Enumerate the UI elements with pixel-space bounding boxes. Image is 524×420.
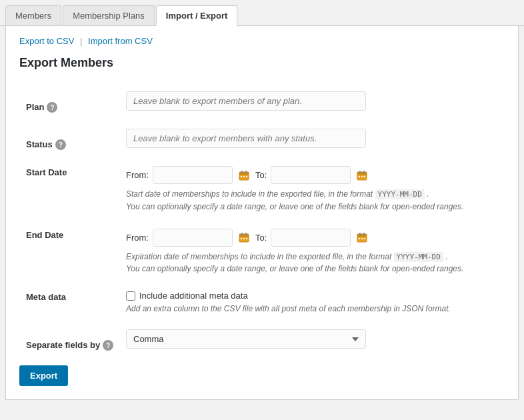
plan-row: Plan ? [19,83,505,121]
start-date-from-input[interactable] [153,166,233,184]
svg-rect-17 [245,233,247,235]
end-date-from-label: From: [126,233,149,243]
svg-rect-8 [357,172,367,175]
main-content: Export to CSV | Import from CSV Export M… [5,26,519,400]
svg-rect-19 [243,238,245,239]
meta-data-checkbox-label[interactable]: Include additional meta data [139,291,248,301]
svg-rect-25 [359,238,360,239]
start-date-from-calendar-icon[interactable] [237,168,251,183]
separate-fields-help-icon[interactable]: ? [103,340,113,351]
svg-rect-13 [364,176,365,177]
end-date-row: End Date From: [19,221,505,283]
svg-rect-18 [241,238,242,239]
import-from-csv-link[interactable]: Import from CSV [88,36,153,46]
export-to-csv-link[interactable]: Export to CSV [19,36,74,46]
meta-data-label: Meta data [26,292,66,302]
meta-data-help: Add an extra column to the CSV file with… [126,304,473,313]
start-date-help: Start date of memberships to include in … [126,188,473,213]
tab-membership-plans[interactable]: Membership Plans [63,5,155,25]
plan-help-icon[interactable]: ? [47,102,57,113]
meta-data-checkbox-row: Include additional meta data [126,291,498,301]
action-links: Export to CSV | Import from CSV [19,36,505,46]
separate-fields-select[interactable]: Comma Semicolon Tab [126,329,366,349]
svg-rect-20 [246,238,247,239]
status-input[interactable] [126,129,366,148]
tab-members[interactable]: Members [5,5,61,25]
svg-rect-12 [361,176,363,177]
svg-rect-4 [241,176,242,177]
tab-bar: Members Membership Plans Import / Export [0,0,524,26]
end-date-to-calendar-icon[interactable] [355,230,369,245]
end-date-help: Expiration date of memberships to includ… [126,251,473,275]
status-label: Status [26,139,53,149]
start-date-inputs: From: [126,166,498,184]
plan-input[interactable] [126,91,366,111]
end-date-inputs: From: [126,229,498,247]
svg-rect-2 [241,171,243,173]
start-date-to-label: To: [255,170,267,180]
end-date-label: End Date [26,230,63,240]
start-date-from-label: From: [126,170,149,180]
end-date-to-input[interactable] [271,229,351,247]
start-date-label: Start Date [26,167,67,177]
export-button[interactable]: Export [19,365,68,386]
svg-rect-5 [243,176,245,177]
start-date-row: Start Date From: [19,158,505,221]
start-date-to-input[interactable] [271,166,351,184]
end-date-from-calendar-icon[interactable] [237,230,251,245]
meta-data-checkbox[interactable] [126,291,135,301]
svg-rect-15 [239,234,249,237]
svg-rect-23 [359,233,361,235]
svg-rect-24 [363,233,365,235]
separate-fields-label: Separate fields by [26,340,100,350]
svg-rect-22 [357,234,367,237]
svg-rect-27 [364,238,365,239]
end-date-from-input[interactable] [153,229,233,247]
separator: | [80,36,82,46]
svg-rect-3 [245,171,247,173]
svg-rect-1 [239,172,249,175]
svg-rect-26 [361,238,363,239]
form-table: Plan ? Status ? [19,83,505,359]
status-help-icon[interactable]: ? [55,139,66,150]
separate-fields-row: Separate fields by ? Comma Semicolon Tab [19,321,505,359]
end-date-to-label: To: [255,233,267,243]
svg-rect-9 [359,171,361,173]
svg-rect-6 [246,176,247,177]
status-row: Status ? [19,121,505,158]
svg-rect-11 [359,176,360,177]
svg-rect-10 [363,171,365,173]
start-date-to-calendar-icon[interactable] [355,168,369,183]
section-title: Export Members [19,56,505,70]
tab-import-export[interactable]: Import / Export [156,5,237,26]
plan-label: Plan [26,102,44,112]
separate-fields-select-wrapper: Comma Semicolon Tab [126,329,498,349]
svg-rect-16 [241,233,243,235]
meta-data-row: Meta data Include additional meta data A… [19,283,505,321]
